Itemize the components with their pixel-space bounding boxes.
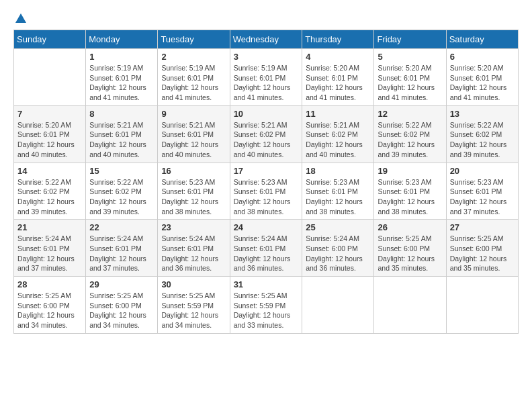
calendar-cell: 31Sunrise: 5:25 AMSunset: 5:59 PMDayligh…	[230, 277, 302, 334]
day-number: 31	[234, 279, 299, 289]
day-number: 18	[306, 166, 370, 176]
day-number: 29	[89, 279, 154, 289]
calendar-cell: 5Sunrise: 5:20 AMSunset: 6:01 PMDaylight…	[374, 49, 446, 106]
day-info: Sunrise: 5:23 AMSunset: 6:01 PMDaylight:…	[161, 177, 226, 217]
day-info: Sunrise: 5:20 AMSunset: 6:01 PMDaylight:…	[306, 63, 370, 103]
day-number: 5	[378, 52, 442, 62]
day-info: Sunrise: 5:22 AMSunset: 6:02 PMDaylight:…	[17, 177, 82, 217]
calendar-cell: 28Sunrise: 5:25 AMSunset: 6:00 PMDayligh…	[14, 277, 86, 334]
day-info: Sunrise: 5:22 AMSunset: 6:02 PMDaylight:…	[89, 177, 154, 217]
calendar-header-saturday: Saturday	[446, 30, 518, 49]
day-number: 17	[234, 166, 299, 176]
day-info: Sunrise: 5:20 AMSunset: 6:01 PMDaylight:…	[450, 63, 515, 103]
calendar-week-row: 1Sunrise: 5:19 AMSunset: 6:01 PMDaylight…	[14, 49, 519, 106]
calendar-cell: 17Sunrise: 5:23 AMSunset: 6:01 PMDayligh…	[230, 163, 302, 220]
page-header	[13, 13, 519, 24]
day-info: Sunrise: 5:21 AMSunset: 6:01 PMDaylight:…	[161, 120, 226, 160]
day-number: 14	[17, 166, 82, 176]
day-number: 27	[450, 222, 515, 232]
day-info: Sunrise: 5:20 AMSunset: 6:01 PMDaylight:…	[378, 63, 442, 103]
day-info: Sunrise: 5:24 AMSunset: 6:00 PMDaylight:…	[306, 234, 370, 273]
day-info: Sunrise: 5:19 AMSunset: 6:01 PMDaylight:…	[161, 63, 226, 103]
calendar-cell: 23Sunrise: 5:24 AMSunset: 6:01 PMDayligh…	[158, 220, 230, 277]
day-info: Sunrise: 5:23 AMSunset: 6:01 PMDaylight:…	[234, 177, 299, 217]
day-number: 9	[161, 109, 226, 119]
day-number: 4	[306, 52, 370, 62]
calendar-cell: 21Sunrise: 5:24 AMSunset: 6:01 PMDayligh…	[14, 220, 86, 277]
calendar-cell: 11Sunrise: 5:21 AMSunset: 6:02 PMDayligh…	[302, 105, 374, 163]
day-info: Sunrise: 5:25 AMSunset: 6:00 PMDaylight:…	[378, 234, 442, 273]
calendar-cell: 19Sunrise: 5:23 AMSunset: 6:01 PMDayligh…	[374, 163, 446, 220]
day-number: 19	[378, 166, 442, 176]
calendar-cell: 7Sunrise: 5:20 AMSunset: 6:01 PMDaylight…	[14, 105, 86, 163]
calendar-cell: 10Sunrise: 5:21 AMSunset: 6:02 PMDayligh…	[230, 105, 302, 163]
calendar-week-row: 7Sunrise: 5:20 AMSunset: 6:01 PMDaylight…	[14, 105, 519, 163]
day-info: Sunrise: 5:19 AMSunset: 6:01 PMDaylight:…	[89, 63, 154, 103]
calendar-header-thursday: Thursday	[302, 30, 374, 49]
calendar-cell: 18Sunrise: 5:23 AMSunset: 6:01 PMDayligh…	[302, 163, 374, 220]
day-info: Sunrise: 5:22 AMSunset: 6:02 PMDaylight:…	[378, 120, 442, 160]
day-number: 6	[450, 52, 515, 62]
day-number: 15	[89, 166, 154, 176]
day-info: Sunrise: 5:25 AMSunset: 6:00 PMDaylight:…	[450, 234, 515, 273]
calendar-cell: 8Sunrise: 5:21 AMSunset: 6:01 PMDaylight…	[86, 105, 158, 163]
logo	[13, 13, 26, 24]
calendar-cell: 16Sunrise: 5:23 AMSunset: 6:01 PMDayligh…	[158, 163, 230, 220]
calendar-cell	[446, 277, 518, 334]
calendar-cell: 2Sunrise: 5:19 AMSunset: 6:01 PMDaylight…	[158, 49, 230, 106]
calendar-cell: 20Sunrise: 5:23 AMSunset: 6:01 PMDayligh…	[446, 163, 518, 220]
calendar-week-row: 28Sunrise: 5:25 AMSunset: 6:00 PMDayligh…	[14, 277, 519, 334]
day-number: 12	[378, 109, 442, 119]
day-info: Sunrise: 5:24 AMSunset: 6:01 PMDaylight:…	[161, 234, 226, 273]
calendar-header-row: SundayMondayTuesdayWednesdayThursdayFrid…	[14, 30, 519, 49]
calendar-header-monday: Monday	[86, 30, 158, 49]
calendar-header-sunday: Sunday	[14, 30, 86, 49]
calendar-cell: 26Sunrise: 5:25 AMSunset: 6:00 PMDayligh…	[374, 220, 446, 277]
calendar-cell: 12Sunrise: 5:22 AMSunset: 6:02 PMDayligh…	[374, 105, 446, 163]
calendar-cell: 14Sunrise: 5:22 AMSunset: 6:02 PMDayligh…	[14, 163, 86, 220]
calendar-cell: 1Sunrise: 5:19 AMSunset: 6:01 PMDaylight…	[86, 49, 158, 106]
calendar-cell: 13Sunrise: 5:22 AMSunset: 6:02 PMDayligh…	[446, 105, 518, 163]
day-number: 10	[234, 109, 299, 119]
day-number: 7	[17, 109, 82, 119]
calendar-cell: 4Sunrise: 5:20 AMSunset: 6:01 PMDaylight…	[302, 49, 374, 106]
day-number: 3	[234, 52, 299, 62]
calendar-cell: 24Sunrise: 5:24 AMSunset: 6:01 PMDayligh…	[230, 220, 302, 277]
day-number: 20	[450, 166, 515, 176]
calendar-cell: 25Sunrise: 5:24 AMSunset: 6:00 PMDayligh…	[302, 220, 374, 277]
day-number: 1	[89, 52, 154, 62]
day-info: Sunrise: 5:25 AMSunset: 5:59 PMDaylight:…	[234, 291, 299, 330]
day-info: Sunrise: 5:24 AMSunset: 6:01 PMDaylight:…	[17, 234, 82, 273]
day-info: Sunrise: 5:25 AMSunset: 6:00 PMDaylight:…	[17, 291, 82, 330]
day-number: 13	[450, 109, 515, 119]
calendar-cell: 29Sunrise: 5:25 AMSunset: 6:00 PMDayligh…	[86, 277, 158, 334]
day-info: Sunrise: 5:20 AMSunset: 6:01 PMDaylight:…	[17, 120, 82, 160]
calendar-table: SundayMondayTuesdayWednesdayThursdayFrid…	[13, 30, 519, 334]
day-info: Sunrise: 5:23 AMSunset: 6:01 PMDaylight:…	[450, 177, 515, 217]
calendar-cell: 15Sunrise: 5:22 AMSunset: 6:02 PMDayligh…	[86, 163, 158, 220]
logo-triangle-icon	[15, 13, 26, 23]
day-info: Sunrise: 5:21 AMSunset: 6:02 PMDaylight:…	[234, 120, 299, 160]
day-number: 23	[161, 222, 226, 232]
day-info: Sunrise: 5:22 AMSunset: 6:02 PMDaylight:…	[450, 120, 515, 160]
calendar-header-wednesday: Wednesday	[230, 30, 302, 49]
day-info: Sunrise: 5:21 AMSunset: 6:01 PMDaylight:…	[89, 120, 154, 160]
day-number: 26	[378, 222, 442, 232]
day-info: Sunrise: 5:24 AMSunset: 6:01 PMDaylight:…	[234, 234, 299, 273]
day-number: 30	[161, 279, 226, 289]
day-info: Sunrise: 5:19 AMSunset: 6:01 PMDaylight:…	[234, 63, 299, 103]
day-info: Sunrise: 5:25 AMSunset: 5:59 PMDaylight:…	[161, 291, 226, 330]
day-number: 25	[306, 222, 370, 232]
calendar-cell: 6Sunrise: 5:20 AMSunset: 6:01 PMDaylight…	[446, 49, 518, 106]
calendar-cell: 9Sunrise: 5:21 AMSunset: 6:01 PMDaylight…	[158, 105, 230, 163]
day-number: 2	[161, 52, 226, 62]
day-number: 24	[234, 222, 299, 232]
day-info: Sunrise: 5:23 AMSunset: 6:01 PMDaylight:…	[306, 177, 370, 217]
calendar-header-friday: Friday	[374, 30, 446, 49]
calendar-cell: 22Sunrise: 5:24 AMSunset: 6:01 PMDayligh…	[86, 220, 158, 277]
calendar-cell: 30Sunrise: 5:25 AMSunset: 5:59 PMDayligh…	[158, 277, 230, 334]
calendar-cell: 27Sunrise: 5:25 AMSunset: 6:00 PMDayligh…	[446, 220, 518, 277]
calendar-week-row: 21Sunrise: 5:24 AMSunset: 6:01 PMDayligh…	[14, 220, 519, 277]
calendar-cell	[302, 277, 374, 334]
calendar-week-row: 14Sunrise: 5:22 AMSunset: 6:02 PMDayligh…	[14, 163, 519, 220]
